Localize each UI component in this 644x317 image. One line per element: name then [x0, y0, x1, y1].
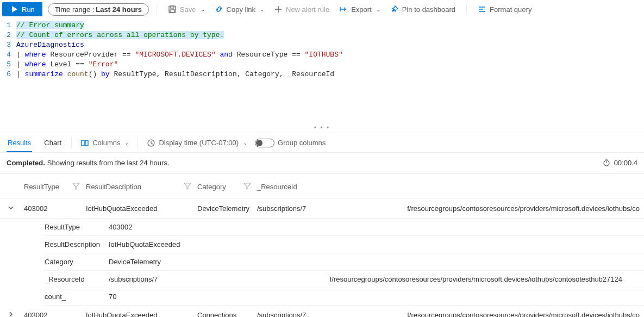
code-line[interactable]: | where ResourceProvider == "MICROSOFT.D… — [16, 50, 343, 60]
new-alert-button[interactable]: New alert rule — [271, 3, 333, 16]
toggle-switch[interactable] — [255, 139, 274, 147]
expand-toggle[interactable] — [0, 310, 22, 317]
format-icon — [478, 5, 486, 14]
gutter-line-number: 5 — [0, 60, 16, 70]
filter-icon[interactable] — [183, 182, 197, 192]
cell-category: DeviceTelemetry — [197, 204, 257, 213]
pin-icon — [390, 5, 399, 14]
query-timer-value: 00:00.4 — [614, 159, 637, 167]
row-detail: ResultType403002ResultDescriptionIotHubQ… — [0, 219, 644, 306]
detail-row: CategoryDeviceTelemetry — [45, 253, 644, 271]
svg-rect-2 — [170, 10, 174, 13]
pane-drag-handle[interactable]: • • • — [0, 123, 644, 133]
col-category[interactable]: Category — [197, 183, 226, 191]
chevron-down-icon: ⌄ — [376, 7, 380, 13]
table-row[interactable]: 403002IotHubQuotaExceededDeviceTelemetry… — [0, 199, 644, 219]
detail-row: count_70 — [45, 288, 644, 306]
detail-row: ResultType403002 — [45, 219, 644, 236]
filter-icon[interactable] — [243, 182, 257, 192]
status-row: Completed. Showing results from the last… — [0, 153, 644, 174]
cell-resulttype: 403002 — [22, 311, 86, 317]
display-time-label: Display time (UTC-07:00) — [159, 139, 239, 147]
code-line[interactable]: | where Level == "Error" — [16, 60, 118, 70]
detail-key: _ResourceId — [45, 275, 109, 283]
code-line[interactable]: | summarize count() by ResultType, Resul… — [16, 70, 334, 79]
separator — [466, 4, 467, 15]
separator — [157, 4, 157, 15]
code-line[interactable]: // Count of errors across all operations… — [16, 30, 224, 40]
pin-label: Pin to dashboard — [402, 5, 455, 14]
separator — [71, 137, 72, 149]
columns-label: Columns — [92, 139, 120, 147]
cell-resourceid: /subscriptions/7f/resourcegroups/contoso… — [257, 311, 644, 317]
svg-rect-3 — [82, 140, 84, 146]
link-icon — [215, 5, 223, 14]
query-editor[interactable]: 1// Error summary2// Count of errors acr… — [0, 20, 644, 123]
svg-rect-1 — [171, 6, 174, 8]
expand-toggle[interactable] — [0, 203, 22, 214]
svg-rect-4 — [85, 140, 88, 146]
export-icon — [339, 5, 348, 14]
code-line[interactable]: // Error summary — [16, 21, 84, 30]
save-button[interactable]: Save ⌄ — [165, 3, 208, 16]
cell-resourceid: /subscriptions/7f/resourcegroups/contoso… — [257, 204, 644, 213]
filter-icon[interactable] — [72, 182, 86, 192]
code-line[interactable]: AzureDiagnostics — [16, 40, 84, 50]
time-range-label: Time range : — [55, 5, 95, 14]
col-resourceid[interactable]: _ResourceId — [257, 183, 297, 191]
cell-resultdescription: IotHubQuotaExceeded — [86, 204, 197, 213]
detail-row: ResultDescriptionIotHubQuotaExceeded — [45, 236, 644, 253]
group-columns-label: Group columns — [278, 139, 326, 147]
stopwatch-icon — [602, 158, 611, 167]
status-completed: Completed. — [7, 159, 45, 167]
time-range-picker[interactable]: Time range : Last 24 hours — [48, 3, 149, 16]
detail-key: Category — [45, 258, 109, 266]
export-button[interactable]: Export ⌄ — [336, 3, 384, 16]
results-grid: 403002IotHubQuotaExceededDeviceTelemetry… — [0, 199, 644, 317]
separator — [137, 137, 138, 149]
plus-icon — [274, 5, 283, 14]
format-query-label: Format query — [490, 5, 532, 14]
copy-link-button[interactable]: Copy link ⌄ — [211, 3, 267, 16]
query-toolbar: Run Time range : Last 24 hours Save ⌄ Co… — [0, 0, 644, 20]
gutter-line-number: 1 — [0, 21, 16, 30]
display-time-picker[interactable]: Display time (UTC-07:00) ⌄ — [147, 139, 247, 147]
export-label: Export — [351, 5, 372, 14]
chevron-down-icon: ⌄ — [243, 140, 247, 146]
chevron-down-icon: ⌄ — [201, 7, 205, 13]
copy-link-label: Copy link — [227, 5, 255, 14]
status-message: Showing results from the last 24 hours. — [47, 159, 170, 167]
col-resulttype[interactable]: ResultType — [24, 183, 59, 191]
detail-value: 403002 — [109, 223, 644, 231]
query-timer: 00:00.4 — [602, 158, 637, 167]
group-columns-toggle[interactable]: Group columns — [255, 139, 326, 147]
tab-chart[interactable]: Chart — [43, 133, 62, 152]
results-toolbar: Results Chart Columns ⌄ Display time (UT… — [0, 133, 644, 153]
gutter-line-number: 2 — [0, 30, 16, 40]
cell-resulttype: 403002 — [22, 204, 86, 213]
time-range-value: Last 24 hours — [96, 5, 142, 14]
chevron-down-icon: ⌄ — [260, 7, 264, 13]
col-resultdescription[interactable]: ResultDescription — [86, 183, 141, 191]
result-tabs: Results Chart — [7, 133, 62, 152]
format-query-button[interactable]: Format query — [474, 3, 535, 16]
detail-value: 70 — [109, 293, 644, 301]
tab-results[interactable]: Results — [7, 133, 32, 152]
detail-key: ResultType — [45, 223, 109, 231]
gutter-line-number: 6 — [0, 70, 16, 79]
play-icon — [10, 5, 18, 14]
detail-key: count_ — [45, 293, 109, 301]
cell-category: Connections — [197, 311, 257, 317]
pin-button[interactable]: Pin to dashboard — [387, 3, 459, 16]
table-row[interactable]: 403002IotHubQuotaExceededConnections/sub… — [0, 306, 644, 317]
cell-resultdescription: IotHubQuotaExceeded — [86, 311, 197, 317]
save-label: Save — [180, 5, 196, 14]
run-label: Run — [22, 5, 35, 14]
run-button[interactable]: Run — [2, 2, 42, 16]
detail-value: DeviceTelemetry — [109, 258, 644, 266]
new-alert-label: New alert rule — [286, 5, 329, 14]
detail-key: ResultDescription — [45, 240, 109, 248]
chevron-down-icon: ⌄ — [124, 140, 129, 146]
save-icon — [168, 5, 177, 14]
columns-picker[interactable]: Columns ⌄ — [80, 139, 129, 147]
